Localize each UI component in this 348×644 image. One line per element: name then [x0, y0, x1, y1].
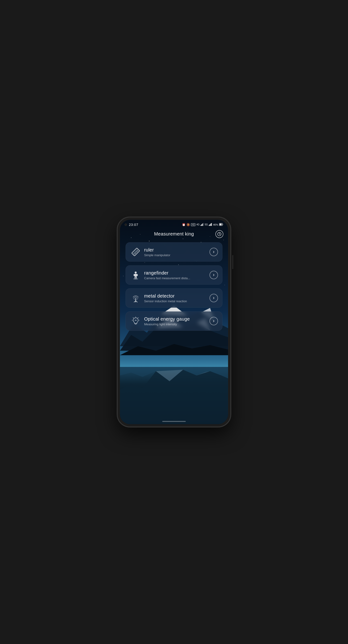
signal-bar2-icon	[209, 223, 212, 226]
optical-energy-gauge-icon	[130, 316, 141, 327]
menu-item-rangefinder[interactable]: rangefinder Camera fast measurement dist…	[126, 265, 222, 285]
svg-text:⚡: ⚡	[223, 224, 224, 226]
home-indicator	[162, 421, 186, 422]
camera-dot	[125, 224, 127, 226]
metal-detector-title: metal detector	[144, 293, 207, 299]
svg-rect-69	[136, 276, 137, 278]
mute-icon: 🔕	[186, 223, 190, 226]
svg-line-77	[138, 318, 138, 318]
app-header: Measurement king	[120, 228, 228, 240]
svg-marker-41	[120, 370, 228, 424]
status-left: 23:07	[125, 222, 138, 226]
svg-rect-65	[135, 274, 137, 277]
status-right: ⏰ 🔕 HD 4G 5G	[182, 223, 223, 226]
metal-detector-arrow	[209, 294, 218, 302]
phone-screen: 23:07 ⏰ 🔕 HD 4G 5	[120, 220, 228, 424]
4g-icon: 4G	[196, 223, 199, 226]
ruler-icon	[130, 246, 141, 258]
svg-rect-54	[220, 224, 222, 225]
ruler-arrow	[209, 248, 218, 256]
svg-point-70	[133, 278, 138, 280]
optical-energy-gauge-text: Optical energy gauge Measuring light int…	[141, 316, 209, 326]
svg-rect-45	[201, 224, 202, 226]
svg-line-76	[133, 318, 134, 318]
water-reflection	[120, 367, 228, 424]
menu-list: ruler Simple manipulator	[120, 240, 228, 333]
history-button[interactable]	[215, 230, 223, 238]
ruler-text: ruler Simple manipulator	[141, 247, 209, 257]
svg-rect-68	[135, 276, 136, 278]
alarm-icon: ⏰	[182, 223, 186, 226]
status-bar: 23:07 ⏰ 🔕 HD 4G 5	[120, 220, 228, 228]
metal-detector-subtitle: Sensor induction metal reaction	[144, 300, 207, 303]
status-time: 23:07	[129, 222, 138, 226]
power-button	[232, 255, 233, 269]
ruler-subtitle: Simple manipulator	[144, 253, 207, 257]
hd-icon: HD	[191, 223, 195, 226]
menu-item-optical-energy-gauge[interactable]: Optical energy gauge Measuring light int…	[126, 312, 222, 331]
app-title: Measurement king	[154, 231, 194, 237]
svg-rect-47	[203, 223, 204, 226]
svg-rect-46	[202, 224, 203, 226]
optical-energy-gauge-subtitle: Measuring light intensity	[144, 322, 207, 326]
rangefinder-title: rangefinder	[144, 270, 207, 276]
5g-icon: 5G	[205, 223, 208, 226]
svg-rect-48	[209, 225, 209, 226]
svg-rect-50	[210, 224, 211, 226]
svg-rect-66	[134, 274, 135, 276]
svg-rect-67	[137, 274, 138, 276]
optical-energy-gauge-arrow	[209, 317, 218, 325]
menu-item-ruler[interactable]: ruler Simple manipulator	[126, 242, 222, 262]
ruler-title: ruler	[144, 247, 207, 253]
optical-energy-gauge-title: Optical energy gauge	[144, 316, 207, 322]
signal-bar-icon	[201, 223, 204, 226]
svg-rect-44	[201, 225, 201, 226]
battery-percent: 46%	[213, 223, 218, 226]
rangefinder-icon	[130, 269, 141, 281]
rangefinder-arrow	[209, 271, 218, 279]
svg-point-64	[135, 272, 137, 274]
svg-rect-53	[223, 224, 223, 225]
rangefinder-subtitle: Camera fast measurement dista...	[144, 276, 207, 280]
battery-icon: ⚡	[219, 223, 223, 226]
metal-detector-text: metal detector Sensor induction metal re…	[141, 293, 209, 303]
rangefinder-text: rangefinder Camera fast measurement dist…	[141, 270, 209, 280]
svg-rect-49	[209, 224, 210, 226]
menu-item-metal-detector[interactable]: metal detector Sensor induction metal re…	[126, 288, 222, 308]
svg-rect-51	[211, 223, 212, 226]
metal-detector-icon	[130, 292, 141, 304]
phone-frame: 23:07 ⏰ 🔕 HD 4G 5	[118, 218, 230, 426]
svg-point-72	[135, 298, 136, 300]
